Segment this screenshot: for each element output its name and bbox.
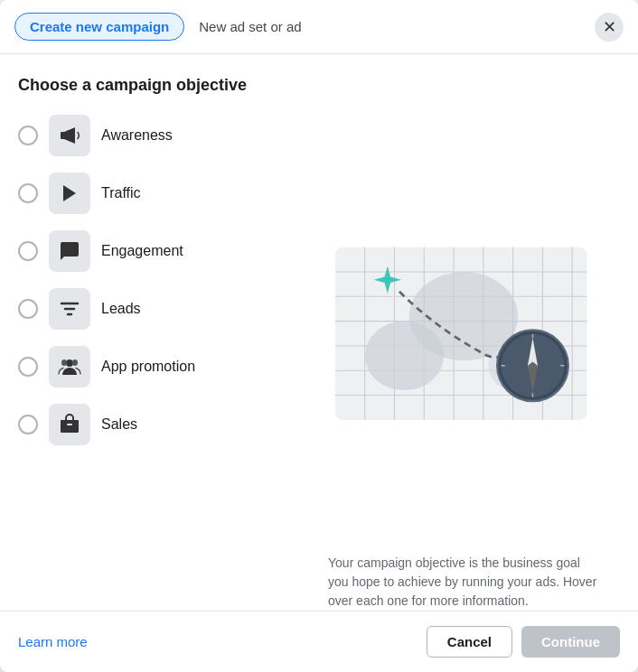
app-promotion-icon (58, 356, 81, 378)
engagement-icon-box (49, 230, 90, 272)
learn-more-link[interactable]: Learn more (18, 634, 88, 649)
create-campaign-dialog: Create new campaign New ad set or ad ✕ C… (0, 0, 638, 672)
sales-icon (59, 414, 80, 435)
tab-new-ad-set[interactable]: New ad set or ad (199, 19, 301, 34)
option-awareness[interactable]: Awareness (18, 109, 307, 162)
app-promotion-icon-box (49, 346, 90, 387)
dialog-body: Choose a campaign objective Awareness (0, 54, 638, 611)
continue-button[interactable]: Continue (521, 626, 620, 658)
sales-label: Sales (101, 416, 137, 433)
engagement-label: Engagement (101, 243, 183, 259)
leads-icon (59, 298, 80, 320)
engagement-icon (59, 240, 80, 262)
close-icon: ✕ (603, 17, 616, 37)
sales-icon-box (49, 404, 90, 445)
awareness-label: Awareness (101, 127, 173, 144)
traffic-icon (59, 182, 80, 204)
radio-traffic[interactable] (18, 183, 38, 203)
leads-icon-box (49, 288, 90, 330)
dialog-footer: Learn more Cancel Continue (0, 611, 638, 672)
radio-awareness[interactable] (18, 126, 38, 145)
option-engagement[interactable]: Engagement (18, 225, 307, 277)
option-traffic[interactable]: Traffic (18, 167, 307, 219)
svg-point-2 (72, 359, 78, 366)
svg-point-0 (66, 359, 73, 367)
options-list: Awareness Traffic (18, 109, 307, 611)
footer-buttons: Cancel Continue (427, 626, 620, 658)
info-description: Your campaign objective is the business … (328, 554, 599, 611)
dialog-header: Create new campaign New ad set or ad ✕ (0, 0, 638, 54)
svg-rect-3 (61, 420, 79, 433)
map-illustration (325, 118, 602, 554)
cancel-button[interactable]: Cancel (427, 626, 512, 658)
awareness-icon-box (49, 115, 90, 156)
option-app-promotion[interactable]: App promotion (18, 341, 307, 393)
app-promotion-label: App promotion (101, 359, 195, 375)
traffic-label: Traffic (101, 185, 141, 201)
info-panel: Your campaign objective is the business … (307, 109, 620, 611)
svg-rect-4 (67, 424, 72, 425)
radio-engagement[interactable] (18, 241, 38, 261)
awareness-icon (59, 125, 80, 146)
section-title: Choose a campaign objective (0, 54, 638, 109)
leads-label: Leads (101, 301, 141, 317)
traffic-icon-box (49, 173, 90, 214)
option-sales[interactable]: Sales (18, 398, 307, 451)
radio-app-promotion[interactable] (18, 357, 38, 377)
radio-sales[interactable] (18, 415, 38, 434)
content-area: Awareness Traffic (0, 109, 638, 611)
svg-point-1 (61, 359, 67, 366)
option-leads[interactable]: Leads (18, 283, 307, 335)
close-button[interactable]: ✕ (595, 13, 624, 42)
tab-create-campaign[interactable]: Create new campaign (14, 13, 184, 41)
radio-leads[interactable] (18, 299, 38, 319)
